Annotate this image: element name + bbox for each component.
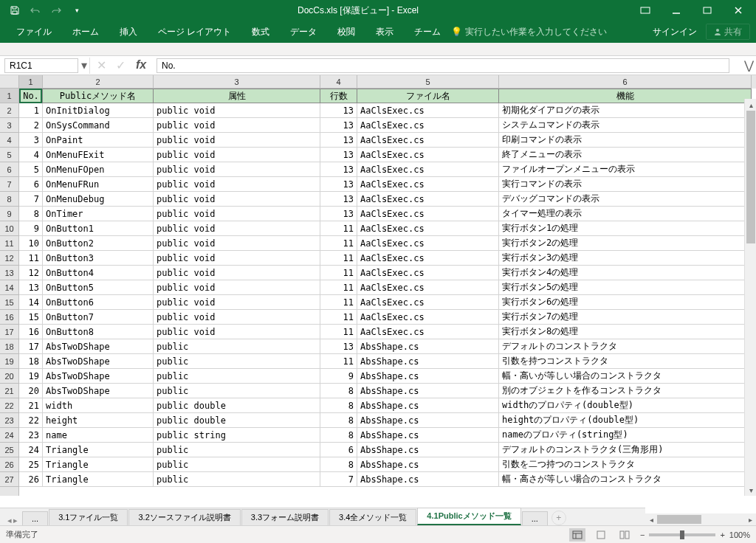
- cell[interactable]: AaClsExec.cs: [357, 251, 499, 266]
- cell[interactable]: public: [154, 384, 320, 398]
- cell[interactable]: AbsShape.cs: [357, 398, 499, 413]
- cell[interactable]: public void: [154, 310, 320, 325]
- cell[interactable]: width: [43, 398, 154, 413]
- horizontal-scrollbar[interactable]: ◂ ▸: [645, 513, 756, 525]
- tab-pagelayout[interactable]: ページ レイアウト: [148, 21, 241, 43]
- cell[interactable]: 5: [19, 162, 43, 177]
- cell[interactable]: 印刷コマンドの表示: [499, 133, 752, 148]
- cell[interactable]: 実行コマンドの表示: [499, 177, 752, 192]
- cell[interactable]: OnButton5: [43, 280, 154, 295]
- cell[interactable]: デバッグコマンドの表示: [499, 192, 752, 207]
- cell[interactable]: 引数を持つコンストラクタ: [499, 354, 752, 369]
- cell[interactable]: AaClsExec.cs: [357, 118, 499, 133]
- row-header[interactable]: 27: [0, 472, 18, 487]
- table-header-cell[interactable]: ファイル名: [357, 89, 499, 103]
- cell[interactable]: public: [154, 472, 320, 487]
- cell[interactable]: 9: [320, 369, 357, 384]
- cell[interactable]: 8: [19, 207, 43, 221]
- cell[interactable]: 16: [19, 325, 43, 339]
- cell[interactable]: 11: [320, 236, 357, 251]
- row-header[interactable]: 2: [0, 103, 18, 118]
- row-header[interactable]: 26: [0, 457, 18, 472]
- row-header[interactable]: 24: [0, 428, 18, 443]
- cell[interactable]: AaClsExec.cs: [357, 280, 499, 295]
- row-header[interactable]: 10: [0, 221, 18, 236]
- signin-button[interactable]: サインイン: [644, 26, 706, 38]
- cell[interactable]: 実行ボタン2の処理: [499, 236, 752, 251]
- scroll-up-icon[interactable]: ▴: [745, 99, 756, 111]
- cell[interactable]: OnButton2: [43, 236, 154, 251]
- row-header[interactable]: 25: [0, 443, 18, 457]
- cell[interactable]: OnMenuFOpen: [43, 162, 154, 177]
- zoom-out-button[interactable]: −: [640, 530, 645, 539]
- column-header[interactable]: 3: [154, 75, 320, 89]
- cell[interactable]: public void: [154, 221, 320, 236]
- cell[interactable]: Triangle: [43, 472, 154, 487]
- cell[interactable]: 6: [320, 443, 357, 457]
- cell[interactable]: 13: [320, 148, 357, 162]
- cell[interactable]: システムコマンドの表示: [499, 118, 752, 133]
- column-header[interactable]: 1: [19, 75, 43, 89]
- view-pagelayout-button[interactable]: [593, 528, 609, 542]
- cell[interactable]: nameのプロパティ(string型): [499, 428, 752, 443]
- cell[interactable]: AaClsExec.cs: [357, 103, 499, 118]
- row-header[interactable]: 18: [0, 339, 18, 354]
- cell[interactable]: public: [154, 354, 320, 369]
- table-header-cell[interactable]: 行数: [320, 89, 357, 103]
- cell[interactable]: 13: [320, 207, 357, 221]
- cell[interactable]: 13: [320, 162, 357, 177]
- scroll-left-icon[interactable]: ◂: [645, 513, 657, 525]
- sheet-tab[interactable]: 3.3フォーム説明書: [241, 509, 329, 525]
- cell[interactable]: public: [154, 443, 320, 457]
- cell[interactable]: public void: [154, 207, 320, 221]
- cell[interactable]: 11: [320, 251, 357, 266]
- cell[interactable]: 13: [320, 339, 357, 354]
- select-all-button[interactable]: [0, 75, 19, 89]
- cell[interactable]: 7: [19, 192, 43, 207]
- cell[interactable]: AbsShape.cs: [357, 384, 499, 398]
- cell[interactable]: 15: [19, 310, 43, 325]
- cell[interactable]: OnButton3: [43, 251, 154, 266]
- cell[interactable]: public void: [154, 118, 320, 133]
- row-header[interactable]: 21: [0, 384, 18, 398]
- cell[interactable]: OnMenuFRun: [43, 177, 154, 192]
- cell[interactable]: 11: [320, 266, 357, 280]
- cell[interactable]: OnSysCommand: [43, 118, 154, 133]
- cell[interactable]: AbsShape.cs: [357, 428, 499, 443]
- cell[interactable]: 13: [320, 192, 357, 207]
- cell[interactable]: AaClsExec.cs: [357, 177, 499, 192]
- tab-team[interactable]: チーム: [404, 21, 451, 43]
- table-header-cell[interactable]: 機能: [499, 89, 752, 103]
- cell[interactable]: public void: [154, 325, 320, 339]
- column-header[interactable]: 2: [43, 75, 154, 89]
- name-box[interactable]: [4, 58, 78, 73]
- cell[interactable]: widthのプロパティ(double型): [499, 398, 752, 413]
- row-header[interactable]: 9: [0, 207, 18, 221]
- cell[interactable]: OnButton7: [43, 310, 154, 325]
- cell[interactable]: 8: [320, 457, 357, 472]
- row-header[interactable]: 11: [0, 236, 18, 251]
- qat-customize-icon[interactable]: ▾: [68, 1, 86, 19]
- cell[interactable]: AbsTwoDShape: [43, 369, 154, 384]
- cell[interactable]: public void: [154, 162, 320, 177]
- cell[interactable]: public string: [154, 428, 320, 443]
- cell[interactable]: 7: [320, 472, 357, 487]
- cell[interactable]: AaClsExec.cs: [357, 133, 499, 148]
- cell[interactable]: ファイルオープンメニューの表示: [499, 162, 752, 177]
- cell[interactable]: 実行ボタン8の処理: [499, 325, 752, 339]
- cell[interactable]: public void: [154, 192, 320, 207]
- cell-grid[interactable]: No.Publicメソッド名属性行数ファイル名機能1OnInitDialogpu…: [19, 89, 756, 496]
- cell[interactable]: AbsTwoDShape: [43, 339, 154, 354]
- cell[interactable]: public void: [154, 177, 320, 192]
- cell[interactable]: 終了メニューの表示: [499, 148, 752, 162]
- cell[interactable]: 13: [320, 133, 357, 148]
- cell[interactable]: 1: [19, 103, 43, 118]
- row-header[interactable]: 3: [0, 118, 18, 133]
- scroll-down-icon[interactable]: ▾: [745, 484, 756, 496]
- cell[interactable]: OnMenuDebug: [43, 192, 154, 207]
- row-header[interactable]: 17: [0, 325, 18, 339]
- cell[interactable]: AbsShape.cs: [357, 457, 499, 472]
- cell[interactable]: AaClsExec.cs: [357, 325, 499, 339]
- cell[interactable]: 19: [19, 369, 43, 384]
- cell[interactable]: 11: [320, 221, 357, 236]
